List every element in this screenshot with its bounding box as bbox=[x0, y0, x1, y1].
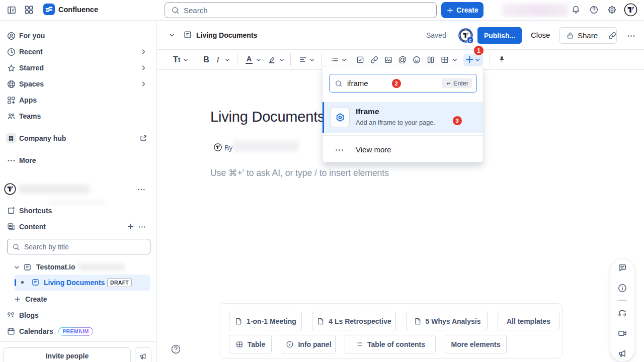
svg-text:c: c bbox=[469, 38, 471, 43]
